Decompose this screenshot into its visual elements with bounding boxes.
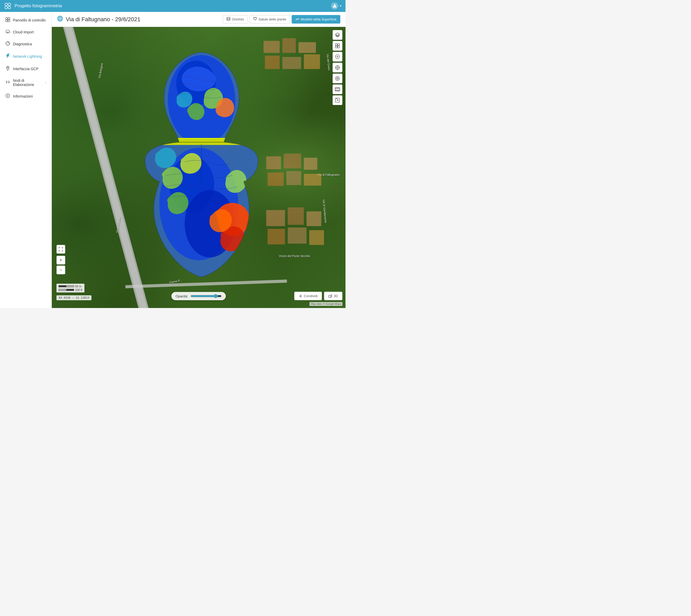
sidebar-item-nodi[interactable]: Nodi di Elaborazione ‹	[0, 75, 51, 90]
opacity-control: Opacità:	[171, 292, 226, 300]
opacity-label: Opacità:	[175, 294, 188, 298]
scale-100ft: 100 ft	[75, 288, 82, 291]
share-icon	[299, 294, 302, 298]
zoom-out-button[interactable]: −	[57, 266, 65, 274]
buildings-area	[260, 36, 337, 277]
app-logo-icon	[4, 2, 12, 9]
gcp-icon	[5, 66, 11, 72]
svg-rect-42	[335, 44, 337, 46]
svg-point-51	[337, 78, 338, 79]
sidebar-item-pannello[interactable]: Pannello di controllo	[0, 14, 51, 26]
user-menu[interactable]: ▾	[331, 2, 341, 9]
svg-rect-35	[304, 174, 321, 185]
tab-ortofoto[interactable]: Ortofoto	[223, 15, 248, 24]
svg-rect-5	[6, 18, 7, 19]
sidebar-item-gcp[interactable]: Interfaccia GCP	[0, 63, 51, 75]
sidebar-item-network-label: Network Lightning	[13, 54, 46, 59]
zoom-in-button[interactable]: +	[57, 256, 65, 265]
content-globe-icon	[57, 16, 63, 23]
scale-50m: 50 m	[75, 285, 81, 288]
svg-point-0	[5, 3, 7, 6]
svg-rect-27	[265, 56, 280, 69]
tab-salute-label: Salute delle piante	[258, 17, 286, 21]
content-area: Via di Faltugnano - 29/6/2021 Ortofoto	[52, 12, 346, 308]
nodi-icon	[5, 80, 11, 85]
app-header: Progetto fotogrammetria ▾	[0, 0, 346, 12]
sidebar-item-informazioni[interactable]: Informazioni	[0, 90, 51, 103]
user-dropdown-arrow: ▾	[340, 4, 341, 8]
svg-rect-34	[287, 171, 301, 185]
modello-icon	[295, 17, 299, 21]
sidebar-item-nodi-label: Nodi di Elaborazione	[13, 79, 43, 87]
svg-point-1	[8, 3, 11, 6]
svg-rect-26	[299, 42, 316, 53]
informazioni-icon	[5, 93, 11, 99]
diagnostica-icon	[5, 41, 11, 47]
map-controls: + −	[57, 245, 65, 274]
nodi-arrow: ‹	[45, 81, 46, 84]
sidebar-item-diagnostica[interactable]: Diagnostica	[0, 38, 51, 50]
fullscreen-button[interactable]	[57, 245, 65, 254]
film-button[interactable]	[333, 84, 342, 94]
svg-rect-33	[268, 172, 284, 186]
add-button[interactable]	[333, 52, 342, 62]
share-button[interactable]: Condividi	[294, 292, 322, 300]
svg-rect-7	[6, 20, 7, 22]
tab-salute[interactable]: Salute delle piante	[249, 15, 290, 24]
svg-rect-29	[304, 54, 320, 69]
view3d-button[interactable]: 3D	[324, 292, 342, 300]
circle-target-button[interactable]	[333, 73, 342, 83]
user-icon	[333, 4, 337, 8]
share-label: Condividi	[304, 294, 317, 298]
svg-rect-43	[338, 44, 339, 46]
svg-rect-41	[309, 230, 324, 245]
sidebar-item-cloud[interactable]: Cloud Import	[0, 26, 51, 38]
svg-rect-8	[8, 20, 10, 22]
svg-point-2	[5, 6, 7, 9]
sidebar: Pannello di controllo Cloud Import Diagn…	[0, 12, 52, 308]
pannello-icon	[5, 17, 11, 23]
content-title-group: Via di Faltugnano - 29/6/2021	[57, 16, 140, 23]
dsm-svg	[140, 49, 263, 280]
grid-button[interactable]	[333, 41, 342, 51]
ortofoto-icon	[227, 17, 230, 21]
svg-rect-30	[266, 156, 281, 169]
svg-point-3	[8, 6, 11, 9]
salute-icon	[253, 17, 257, 21]
svg-rect-45	[338, 46, 339, 48]
sidebar-item-informazioni-label: Informazioni	[13, 94, 46, 98]
layers-button[interactable]	[333, 30, 342, 40]
svg-rect-40	[288, 227, 307, 244]
scale-bar: 50 m 100 ft	[57, 284, 84, 292]
user-avatar	[331, 2, 338, 9]
tab-ortofoto-label: Ortofoto	[232, 17, 244, 21]
3d-icon	[329, 294, 332, 298]
svg-rect-54	[329, 295, 331, 298]
map-container[interactable]: Via Bologna Via Bologna Fiume P... Via d…	[52, 27, 346, 308]
tab-buttons: Ortofoto Salute delle piante	[223, 15, 340, 24]
map-attribution: Map data: © Google Maps	[310, 302, 342, 306]
svg-rect-39	[268, 229, 285, 244]
content-header: Via di Faltugnano - 29/6/2021 Ortofoto	[52, 12, 346, 27]
target-button[interactable]	[333, 63, 342, 72]
export-button[interactable]	[333, 95, 342, 105]
page-title: Via di Faltugnano - 29/6/2021	[66, 16, 140, 23]
sidebar-item-diagnostica-label: Diagnostica	[13, 42, 46, 46]
zoom-controls: + −	[57, 256, 65, 274]
opacity-slider[interactable]	[191, 294, 222, 298]
svg-rect-28	[282, 57, 301, 69]
svg-point-10	[7, 67, 8, 68]
main-layout: Pannello di controllo Cloud Import Diagn…	[0, 12, 346, 308]
cloud-icon	[5, 30, 11, 35]
svg-point-48	[337, 67, 338, 68]
sidebar-item-cloud-label: Cloud Import	[13, 30, 46, 34]
svg-rect-37	[288, 207, 304, 225]
view3d-label: 3D	[334, 294, 338, 298]
header-left: Progetto fotogrammetria	[4, 2, 62, 9]
tab-modello-label: Modello della Superficie	[301, 17, 336, 21]
tab-modello[interactable]: Modello della Superficie	[292, 15, 340, 24]
svg-rect-6	[8, 18, 10, 19]
sidebar-item-network[interactable]: Network Lightning	[0, 50, 51, 63]
svg-rect-32	[304, 158, 317, 170]
sidebar-item-pannello-label: Pannello di controllo	[13, 18, 46, 22]
